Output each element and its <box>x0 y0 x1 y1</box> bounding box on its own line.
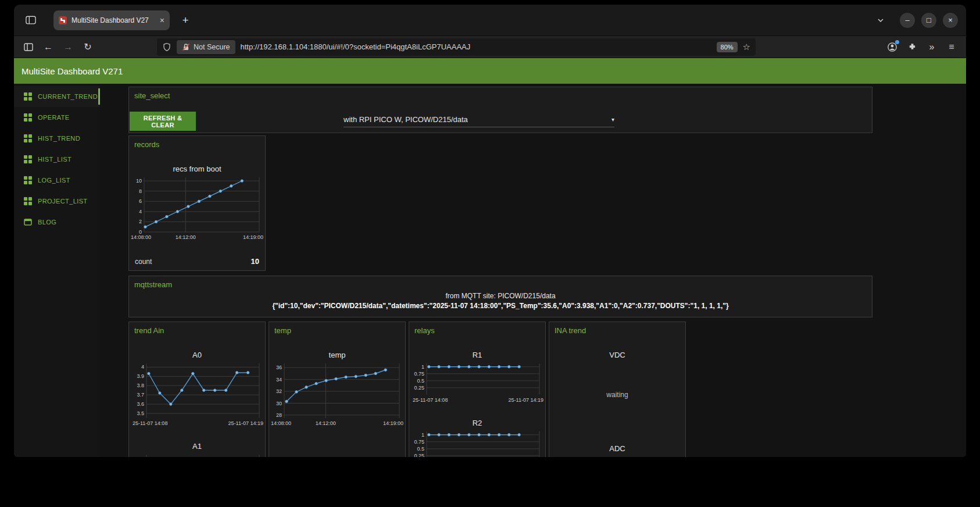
minimize-button[interactable]: – <box>900 13 915 28</box>
account-button[interactable] <box>884 38 901 56</box>
sidebar-item-label: HIST_TREND <box>38 135 80 142</box>
svg-text:14:19:00: 14:19:00 <box>383 420 403 426</box>
bottom-groups-row: trend Ain A0 43.93.83.73.63.525-11-07 14… <box>128 322 966 457</box>
sidebar-item-label: CURRENT_TREND <box>38 93 98 100</box>
svg-text:25-11-07 14:08: 25-11-07 14:08 <box>413 397 448 403</box>
shield-icon[interactable] <box>162 42 171 52</box>
extensions-button[interactable] <box>903 38 921 56</box>
dashboard-tiles-icon <box>24 176 32 184</box>
r1-chart: 10.750.50.2525-11-07 14:0825-11-07 14:19 <box>409 360 545 404</box>
bookmark-star-button[interactable]: ☆ <box>743 42 750 52</box>
svg-text:32: 32 <box>276 388 282 394</box>
svg-text:14:19:00: 14:19:00 <box>243 234 263 240</box>
url-text[interactable]: http://192.168.1.104:1880/ui/#!/0?socket… <box>241 42 711 51</box>
maximize-button[interactable]: □ <box>921 13 936 28</box>
group-records: records recs from boot 024681014:08:0014… <box>128 135 266 271</box>
svg-text:3.7: 3.7 <box>137 392 144 398</box>
site-dropdown-value: with RPI PICO W, PICOW/D215/data <box>344 115 468 124</box>
group-relays: relays R1 10.750.50.2525-11-07 14:0825-1… <box>409 322 546 457</box>
sidebar-item-hist-trend[interactable]: HIST_TREND <box>14 128 100 149</box>
svg-text:0.5: 0.5 <box>417 446 424 452</box>
sidebar-item-operate[interactable]: OPERATE <box>14 107 100 128</box>
browser-tab[interactable]: MultiSite Dashboard V27 × <box>53 10 170 30</box>
svg-text:1: 1 <box>421 432 424 438</box>
url-bar[interactable]: Not Secure http://192.168.1.104:1880/ui/… <box>157 38 756 56</box>
site-dropdown[interactable]: with RPI PICO W, PICOW/D215/data ▾ <box>344 115 614 127</box>
svg-text:3.9: 3.9 <box>137 373 144 379</box>
sidebar-item-hist-list[interactable]: HIST_LIST <box>14 149 100 170</box>
overflow-menu-button[interactable]: » <box>923 38 940 56</box>
svg-text:28: 28 <box>276 412 282 418</box>
chevron-down-icon <box>877 17 884 24</box>
dashboard-header: MultiSite Dashboard V271 <box>14 58 966 84</box>
window-close-button[interactable]: × <box>943 13 958 28</box>
dashboard-body: CURRENT_TREND OPERATE HIST_TREND HIST_LI… <box>14 84 966 457</box>
firefox-view-icon <box>26 15 36 25</box>
group-site-select: site_select REFRESH & CLEAR with RPI PIC… <box>128 87 872 133</box>
svg-text:14:12:00: 14:12:00 <box>176 234 196 240</box>
refresh-clear-button[interactable]: REFRESH & CLEAR <box>130 112 196 131</box>
svg-text:0.25: 0.25 <box>414 453 424 457</box>
svg-text:8: 8 <box>139 188 142 194</box>
svg-text:14:12:00: 14:12:00 <box>316 420 336 426</box>
browser-titlebar: MultiSite Dashboard V27 × + – □ × <box>14 5 966 36</box>
group-title: mqttstream <box>129 276 872 290</box>
back-button[interactable]: ← <box>40 38 57 56</box>
sidebar-item-blog[interactable]: BLOG <box>14 212 100 233</box>
svg-text:1: 1 <box>141 456 144 457</box>
group-title: records <box>129 136 265 150</box>
dashboard-tiles-icon <box>24 92 32 101</box>
a1-chart: 10.750.50.25025-11-07 14:0825-11-07 14:1… <box>129 451 265 457</box>
sidebar-item-project-list[interactable]: PROJECT_LIST <box>14 191 100 212</box>
group-title: site_select <box>129 87 872 101</box>
browser-window: MultiSite Dashboard V27 × + – □ × ← → ↻ <box>14 5 966 457</box>
chart-title: R1 <box>409 350 545 360</box>
dropdown-caret-icon: ▾ <box>611 116 614 123</box>
svg-text:1: 1 <box>421 364 424 370</box>
svg-text:0.75: 0.75 <box>414 439 424 445</box>
recs-from-boot-chart: 024681014:08:0014:12:0014:19:00 <box>129 174 265 241</box>
group-title: trend Ain <box>129 322 265 336</box>
svg-text:14:08:00: 14:08:00 <box>131 234 151 240</box>
not-secure-badge[interactable]: Not Secure <box>177 40 235 54</box>
tab-list-chevron-button[interactable] <box>872 12 889 28</box>
sidebar: CURRENT_TREND OPERATE HIST_TREND HIST_LI… <box>14 84 100 457</box>
zoom-indicator[interactable]: 80% <box>717 42 738 52</box>
sidebar-item-current-trend[interactable]: CURRENT_TREND <box>14 86 100 107</box>
temp-chart: 363432302814:08:0014:12:0014:19:00 <box>269 360 405 427</box>
svg-text:4: 4 <box>139 209 142 215</box>
chart-title: A0 <box>129 350 265 360</box>
dashboard-tiles-icon <box>24 113 32 122</box>
dashboard-tiles-icon <box>24 134 32 142</box>
dashboard-title: MultiSite Dashboard V271 <box>22 66 123 76</box>
group-title: temp <box>269 322 405 336</box>
tab-close-button[interactable]: × <box>160 16 164 24</box>
new-tab-button[interactable]: + <box>177 12 194 29</box>
sidebar-item-log-list[interactable]: LOG_LIST <box>14 170 100 191</box>
count-row: count 10 <box>129 252 265 270</box>
app-menu-button[interactable]: ≡ <box>943 38 960 56</box>
chart-title: ADC <box>549 444 685 454</box>
mqtt-payload-text: {"id":10,"dev":"PICOW/D215/data","dateti… <box>129 302 872 310</box>
sidebar-item-label: BLOG <box>38 219 56 226</box>
browser-navbar: ← → ↻ Not Secure http://192.168.1.104:18… <box>14 36 966 58</box>
sidebar-toggle-button[interactable] <box>20 38 37 56</box>
sidebar-item-label: OPERATE <box>38 114 70 121</box>
svg-text:14:08:00: 14:08:00 <box>271 420 291 426</box>
forward-button[interactable]: → <box>59 38 77 56</box>
group-temp: temp temp 363432302814:08:0014:12:0014:1… <box>269 322 406 457</box>
account-notification-dot <box>895 40 899 44</box>
tab-favicon-icon <box>59 16 67 24</box>
group-title: relays <box>409 322 545 336</box>
svg-text:3.8: 3.8 <box>137 383 144 388</box>
group-title: INA trend <box>549 322 685 336</box>
not-secure-label: Not Secure <box>194 43 230 51</box>
count-label: count <box>135 258 152 266</box>
group-trend-ain: trend Ain A0 43.93.83.73.63.525-11-07 14… <box>128 322 266 457</box>
svg-text:3.5: 3.5 <box>137 410 144 416</box>
refresh-button[interactable]: ↻ <box>79 38 96 56</box>
vdc-waiting-status: waiting <box>549 360 685 430</box>
svg-text:30: 30 <box>276 401 282 406</box>
broken-lock-icon <box>182 43 190 51</box>
firefox-view-button[interactable] <box>22 12 40 29</box>
